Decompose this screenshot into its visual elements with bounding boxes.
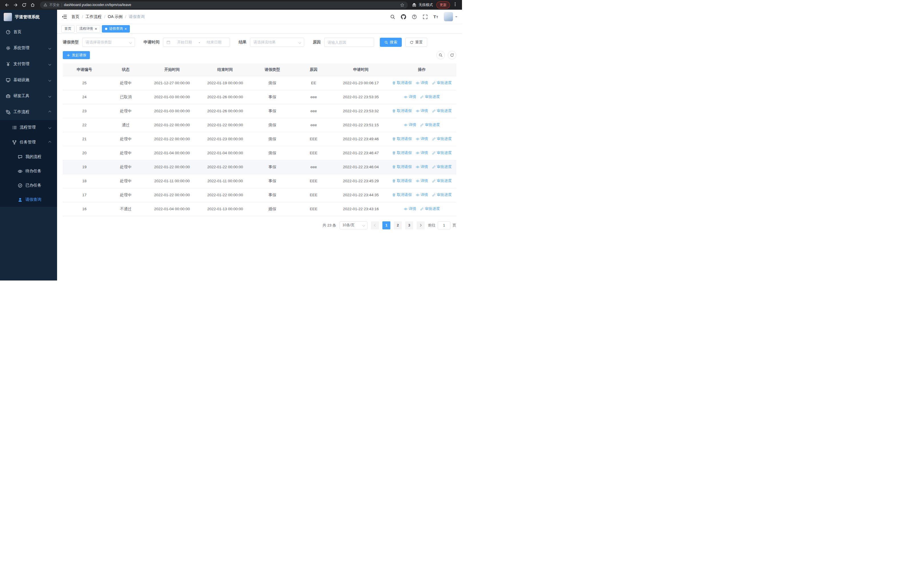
col-end-time: 结束时间 (199, 63, 252, 76)
help-icon[interactable] (412, 14, 417, 20)
leave-type-select[interactable]: 请选择请假类型 (82, 38, 135, 47)
detail-link[interactable]: 详情 (416, 108, 428, 113)
goto-page-input[interactable] (438, 221, 450, 229)
cancel-leave-link[interactable]: 取消请假 (392, 178, 412, 183)
browser-menu-icon[interactable] (453, 2, 459, 8)
cell-reason: eee (293, 90, 334, 104)
detail-link[interactable]: 详情 (404, 206, 416, 211)
detail-link[interactable]: 详情 (416, 164, 428, 169)
browser-forward-button[interactable] (12, 2, 19, 8)
sidebar-item-system-mgmt[interactable]: 系统管理 (0, 40, 57, 56)
sidebar-item-home[interactable]: 首页 (0, 24, 57, 40)
browser-home-button[interactable] (29, 2, 36, 8)
browser-back-button[interactable] (3, 2, 10, 8)
menu-fold-icon[interactable] (62, 14, 67, 20)
approval-progress-link[interactable]: 审批进度 (420, 94, 440, 99)
sidebar-item-my-process[interactable]: 我的流程 (0, 150, 57, 164)
col-reason: 原因 (293, 63, 334, 76)
tab-leave-query[interactable]: 请假查询 (102, 25, 130, 33)
bookmark-star-icon[interactable] (400, 3, 404, 7)
cell-actions: 取消请假详情审批进度 (387, 76, 456, 90)
cancel-leave-link[interactable]: 取消请假 (392, 164, 412, 169)
breadcrumb-oa-example[interactable]: OA 示例 (108, 14, 122, 20)
approval-progress-link[interactable]: 审批进度 (420, 206, 440, 211)
breadcrumb-workflow[interactable]: 工作流程 (86, 14, 102, 20)
security-label[interactable]: 不安全 (50, 3, 60, 8)
sidebar-item-dev-tools[interactable]: 研发工具 (0, 88, 57, 104)
approval-progress-link[interactable]: 审批进度 (432, 136, 452, 141)
approval-progress-link[interactable]: 审批进度 (432, 192, 452, 197)
sidebar-item-todo-tasks[interactable]: 待办任务 (0, 164, 57, 178)
detail-link[interactable]: 详情 (416, 80, 428, 86)
cancel-leave-link[interactable]: 取消请假 (392, 80, 412, 86)
eye-icon (416, 179, 420, 183)
detail-link[interactable]: 详情 (416, 178, 428, 183)
browser-reload-button[interactable] (21, 2, 27, 8)
detail-link[interactable]: 详情 (416, 192, 428, 197)
tabs-bar: 首页 流程详情 请假查询 (57, 24, 462, 34)
tab-process-detail[interactable]: 流程详情 (76, 25, 100, 33)
sidebar-item-task-mgmt[interactable]: 任务管理 (0, 135, 57, 150)
detail-link[interactable]: 详情 (404, 94, 416, 99)
cancel-leave-link[interactable]: 取消请假 (392, 150, 412, 155)
github-icon[interactable] (401, 14, 406, 20)
incognito-label: 无痕模式 (418, 3, 433, 8)
cell-apply-id: 18 (63, 174, 106, 188)
approval-progress-link[interactable]: 审批进度 (432, 178, 452, 183)
detail-link[interactable]: 详情 (404, 122, 416, 127)
app-header: 首页 / 工作流程 / OA 示例 / 请假查询 (57, 10, 462, 24)
chevron-right-icon (419, 224, 422, 227)
toolbar: 发起请假 (63, 51, 456, 59)
address-bar[interactable]: 不安全 dashboard.yudao.iocoder.cn/bpm/oa/le… (40, 2, 408, 9)
approval-progress-link[interactable]: 审批进度 (420, 122, 440, 127)
cancel-leave-link[interactable]: 取消请假 (392, 136, 412, 141)
approval-progress-link[interactable]: 审批进度 (432, 80, 452, 86)
refresh-table-button[interactable] (448, 51, 456, 59)
reset-button[interactable]: 重置 (405, 38, 427, 47)
tab-home[interactable]: 首页 (62, 25, 75, 33)
cancel-leave-link[interactable]: 取消请假 (392, 108, 412, 113)
page-size-select[interactable]: 10条/页 (340, 221, 368, 229)
sidebar-item-infrastructure[interactable]: 基础设施 (0, 72, 57, 88)
sidebar-item-process-mgmt[interactable]: 流程管理 (0, 120, 57, 135)
font-size-icon[interactable] (434, 15, 438, 19)
cancel-leave-link[interactable]: 取消请假 (392, 192, 412, 197)
next-page-button[interactable] (417, 221, 424, 229)
detail-link[interactable]: 详情 (416, 150, 428, 155)
search-button[interactable]: 搜索 (380, 38, 402, 47)
url-text[interactable]: dashboard.yudao.iocoder.cn/bpm/oa/leave (64, 3, 131, 7)
reason-input[interactable] (328, 40, 370, 45)
col-start-time: 开始时间 (146, 63, 199, 76)
close-icon[interactable] (95, 27, 97, 31)
chevron-up-icon (48, 111, 51, 113)
result-select[interactable]: 请选择流结果 (250, 38, 304, 47)
close-icon[interactable] (124, 27, 127, 31)
fullscreen-icon[interactable] (423, 14, 428, 20)
detail-link[interactable]: 详情 (416, 136, 428, 141)
table-row: 23处理中2022-01-03 00:00:002022-01-26 00:00… (63, 104, 456, 118)
cell-leave-type: 病假 (252, 146, 293, 160)
approval-progress-link[interactable]: 审批进度 (432, 150, 452, 155)
search-icon[interactable] (390, 14, 395, 20)
approval-progress-link[interactable]: 审批进度 (432, 164, 452, 169)
sidebar-item-payment-mgmt[interactable]: 支付管理 (0, 56, 57, 72)
browser-update-button[interactable]: 更新 (436, 2, 450, 9)
avatar[interactable] (444, 12, 453, 21)
user-menu[interactable] (444, 12, 458, 21)
sidebar-item-leave-query[interactable]: 请假查询 (0, 193, 57, 207)
page-button-2[interactable]: 2 (394, 221, 402, 229)
page-button-3[interactable]: 3 (405, 221, 413, 229)
cell-status: 通过 (106, 118, 146, 132)
apply-time-range-picker[interactable]: 开始日期 - 结束日期 (163, 38, 230, 47)
prev-page-button[interactable] (371, 221, 379, 229)
breadcrumb-home[interactable]: 首页 (71, 14, 80, 20)
sidebar-item-workflow[interactable]: 工作流程 (0, 104, 57, 120)
page-button-1[interactable]: 1 (382, 221, 390, 229)
chevron-left-icon (374, 224, 377, 227)
approval-progress-link[interactable]: 审批进度 (432, 108, 452, 113)
sidebar-item-done-tasks[interactable]: 已办任务 (0, 178, 57, 193)
create-leave-button[interactable]: 发起请假 (63, 51, 90, 59)
toggle-search-button[interactable] (436, 51, 445, 59)
trash-icon (392, 81, 396, 85)
cell-start-time: 2022-01-03 00:00:00 (146, 90, 199, 104)
